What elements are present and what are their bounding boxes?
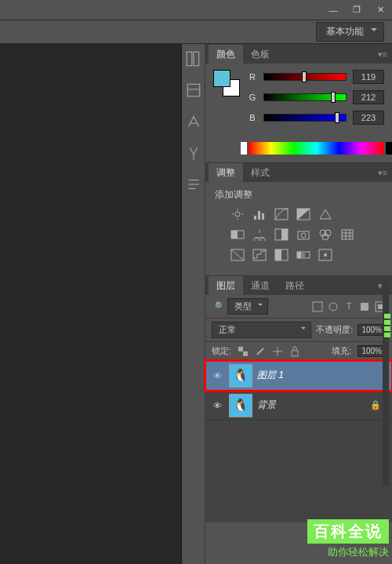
tab-color[interactable]: 颜色 bbox=[209, 45, 243, 64]
svg-rect-12 bbox=[254, 216, 256, 220]
r-slider[interactable] bbox=[263, 73, 347, 81]
r-label: R bbox=[248, 72, 257, 82]
layer-name[interactable]: 背景 bbox=[257, 398, 276, 412]
properties-icon[interactable] bbox=[185, 82, 202, 99]
lock-icon: 🔒 bbox=[370, 400, 381, 410]
svg-rect-2 bbox=[187, 84, 199, 96]
color-balance-icon[interactable] bbox=[252, 228, 267, 241]
layer-thumbnail[interactable]: 🐧 bbox=[229, 394, 252, 417]
g-slider[interactable] bbox=[263, 93, 347, 101]
vibrance-icon[interactable] bbox=[318, 208, 332, 220]
svg-rect-26 bbox=[342, 230, 353, 239]
svg-point-22 bbox=[301, 233, 306, 238]
color-swatch-pair[interactable] bbox=[213, 70, 240, 96]
visibility-icon[interactable]: 👁 bbox=[210, 371, 224, 380]
curves-icon[interactable] bbox=[274, 208, 289, 220]
workspace-switcher[interactable]: 基本功能 bbox=[316, 22, 384, 42]
shape-filter-icon[interactable] bbox=[359, 301, 370, 312]
b-label: B bbox=[248, 113, 257, 122]
options-bar: 基本功能 bbox=[0, 20, 392, 44]
g-value[interactable]: 212 bbox=[353, 90, 384, 104]
adjust-filter-icon[interactable] bbox=[328, 301, 339, 312]
svg-point-7 bbox=[235, 212, 240, 217]
character-icon[interactable] bbox=[185, 113, 202, 130]
svg-rect-18 bbox=[231, 231, 238, 238]
maximize-button[interactable]: ❐ bbox=[345, 2, 368, 18]
exposure-icon[interactable] bbox=[296, 208, 310, 220]
b-value[interactable]: 223 bbox=[353, 111, 384, 125]
blend-mode-dropdown[interactable]: 正常 bbox=[212, 322, 311, 338]
color-spectrum[interactable] bbox=[249, 142, 384, 155]
minimize-button[interactable]: — bbox=[321, 2, 345, 18]
tab-paths[interactable]: 路径 bbox=[278, 276, 312, 296]
filter-kind-dropdown[interactable]: 类型 bbox=[227, 298, 268, 315]
history-icon[interactable] bbox=[185, 50, 202, 67]
tab-channels[interactable]: 通道 bbox=[243, 276, 278, 296]
panel-menu-icon[interactable]: ▾≡ bbox=[378, 168, 387, 178]
layer-list: 👁 🐧 图层 1 👁 🐧 背景 🔒 bbox=[205, 361, 392, 522]
layers-panel: 图层 通道 路径 ▾≡ 🔎 类型 T 正常 不透明度: 100% bbox=[205, 275, 392, 522]
close-button[interactable]: ✕ bbox=[368, 2, 392, 18]
pixel-filter-icon[interactable] bbox=[312, 301, 323, 312]
collapsed-panel-dock bbox=[182, 44, 205, 564]
brush-icon[interactable] bbox=[185, 144, 202, 162]
foreground-swatch[interactable] bbox=[213, 70, 230, 87]
svg-rect-42 bbox=[361, 303, 368, 311]
visibility-icon[interactable]: 👁 bbox=[210, 401, 224, 410]
selective-color-icon[interactable] bbox=[318, 249, 332, 261]
svg-rect-0 bbox=[187, 52, 192, 66]
opacity-value[interactable]: 100% bbox=[358, 324, 386, 336]
fill-value[interactable]: 100% bbox=[358, 345, 386, 357]
svg-rect-36 bbox=[297, 252, 301, 258]
svg-point-41 bbox=[329, 303, 337, 311]
svg-point-39 bbox=[324, 253, 327, 257]
paragraph-icon[interactable] bbox=[185, 176, 202, 193]
color-lookup-icon[interactable] bbox=[340, 228, 354, 241]
search-icon[interactable]: 🔎 bbox=[212, 301, 223, 311]
lock-position-icon[interactable] bbox=[272, 346, 283, 357]
adjustments-panel: 调整 样式 ▾≡ 添加调整 bbox=[205, 162, 392, 275]
tab-adjustments[interactable]: 调整 bbox=[209, 163, 243, 183]
layer-item-1[interactable]: 👁 🐧 图层 1 bbox=[205, 361, 392, 391]
svg-rect-37 bbox=[301, 252, 305, 258]
svg-rect-40 bbox=[313, 302, 322, 311]
b-slider[interactable] bbox=[263, 114, 347, 122]
document-canvas[interactable] bbox=[0, 44, 182, 564]
tab-layers[interactable]: 图层 bbox=[209, 276, 243, 296]
photo-filter-icon[interactable] bbox=[296, 228, 310, 241]
svg-rect-45 bbox=[238, 347, 243, 351]
watermark-title: 百科全说 bbox=[307, 519, 389, 544]
lock-transparency-icon[interactable] bbox=[238, 346, 249, 357]
layer-thumbnail[interactable]: 🐧 bbox=[229, 364, 252, 388]
watermark-subtitle: 助你轻松解决 bbox=[307, 545, 389, 559]
invert-icon[interactable] bbox=[230, 249, 245, 261]
threshold-icon[interactable] bbox=[274, 249, 289, 261]
color-panel: 颜色 色板 ▾≡ R 119 G bbox=[205, 44, 392, 162]
svg-rect-47 bbox=[292, 351, 298, 356]
svg-rect-1 bbox=[194, 52, 199, 66]
brightness-icon[interactable] bbox=[230, 208, 245, 220]
hue-icon[interactable] bbox=[230, 228, 245, 241]
posterize-icon[interactable] bbox=[252, 249, 267, 261]
channel-mixer-icon[interactable] bbox=[318, 228, 332, 241]
opacity-label: 不透明度: bbox=[316, 324, 353, 336]
lock-pixels-icon[interactable] bbox=[255, 346, 266, 357]
type-filter-icon[interactable]: T bbox=[343, 301, 354, 312]
layer-item-background[interactable]: 👁 🐧 背景 🔒 bbox=[205, 391, 392, 420]
panel-menu-icon[interactable]: ▾≡ bbox=[378, 49, 387, 60]
layer-name[interactable]: 图层 1 bbox=[257, 369, 284, 382]
svg-rect-14 bbox=[262, 213, 264, 220]
gradient-map-icon[interactable] bbox=[296, 249, 310, 261]
levels-icon[interactable] bbox=[252, 208, 267, 220]
panel-scrollbar[interactable] bbox=[383, 282, 390, 486]
svg-rect-20 bbox=[281, 229, 288, 240]
svg-rect-34 bbox=[275, 249, 281, 260]
tab-styles[interactable]: 样式 bbox=[243, 163, 278, 183]
svg-rect-15 bbox=[275, 209, 288, 220]
tab-swatches[interactable]: 色板 bbox=[243, 45, 278, 64]
g-label: G bbox=[248, 93, 257, 102]
r-value[interactable]: 119 bbox=[353, 70, 384, 84]
fill-label: 填充: bbox=[332, 345, 351, 357]
lock-all-icon[interactable] bbox=[289, 346, 300, 357]
bw-icon[interactable] bbox=[274, 228, 289, 241]
